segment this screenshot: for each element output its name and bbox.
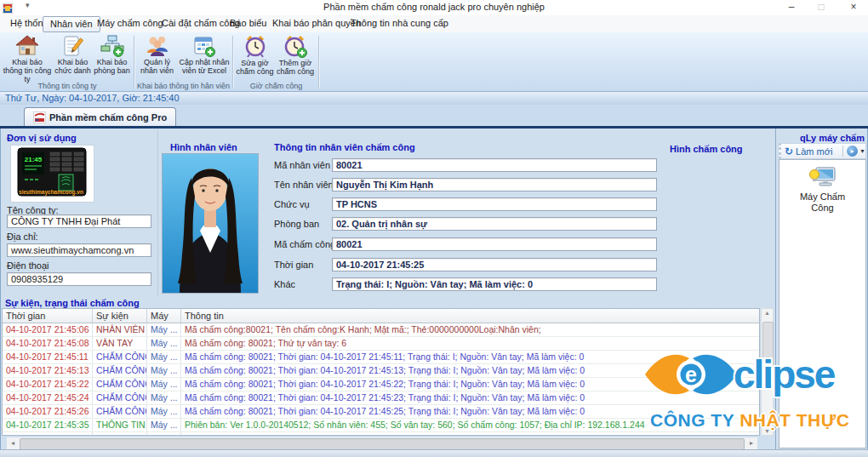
event-time: 04-10-2017 21:45:24 bbox=[3, 391, 93, 404]
event-time: 04-10-2017 21:45:11 bbox=[3, 351, 93, 363]
scroll-left-icon[interactable]: ◂ bbox=[7, 437, 19, 449]
left-panel-header: Đơn vị sử dụng bbox=[7, 133, 77, 143]
panel-splitter[interactable] bbox=[157, 129, 158, 296]
tab-thong-tin-nha-cung-cap[interactable]: Thông tin nhà cung cấp bbox=[344, 16, 455, 31]
ma-nhan-vien-label: Mã nhân viên bbox=[274, 160, 330, 170]
event-type: NHÂN VIÊN bbox=[93, 323, 147, 336]
org-chart-add-icon bbox=[100, 35, 124, 57]
chuc-vu-label: Chức vụ bbox=[274, 199, 310, 209]
ribbon-group-caption: Khai báo thông tin hân viên bbox=[135, 82, 231, 90]
col-thong-tin[interactable]: Thông tin bbox=[181, 309, 759, 323]
ribbon: Khai báo thông tin công ty Khai báo chức… bbox=[0, 32, 868, 92]
ma-cham-cong-field[interactable]: 80021 bbox=[332, 237, 657, 251]
event-info: Mã chấm công: 80021; Thời gian: 04-10-20… bbox=[181, 378, 759, 391]
clock-add-icon bbox=[283, 35, 307, 58]
employee-photo-header: Hình nhân viên bbox=[170, 142, 237, 152]
event-type: CHẤM CÔNG bbox=[93, 391, 147, 404]
col-thoi-gian[interactable]: Thời gian bbox=[3, 309, 93, 323]
ribbon-button-label: Quản lý nhân viên bbox=[140, 58, 174, 75]
attendance-device-image: 21:45 sieuthimaychamcong.vn bbox=[10, 145, 94, 203]
event-row[interactable]: 04-10-2017 21:45:22 CHẤM CÔNG Máy ... Mã… bbox=[3, 378, 759, 391]
khai-bao-thong-tin-cong-ty-button[interactable]: Khai báo thông tin công ty bbox=[2, 35, 53, 79]
event-info: Phiên bản: Ver 1.0.0-20140512; Số nhân v… bbox=[181, 419, 759, 431]
svg-text:21:45: 21:45 bbox=[25, 156, 43, 163]
thoi-gian-label: Thời gian bbox=[274, 260, 313, 270]
event-time: 04-10-2017 21:45:35 bbox=[3, 419, 93, 431]
minimize-button[interactable]: – bbox=[779, 0, 804, 14]
event-type: VÂN TAY bbox=[93, 337, 147, 350]
event-row[interactable]: 04-10-2017 21:45:13 CHẤM CÔNG Máy ... Mã… bbox=[3, 364, 759, 378]
khai-bao-chuc-danh-button[interactable]: Khai báo chức danh bbox=[54, 35, 92, 79]
event-machine: Máy ... bbox=[147, 323, 181, 336]
maximize-button[interactable]: □ bbox=[808, 0, 834, 14]
ten-nhan-vien-label: Tên nhân viên bbox=[274, 180, 334, 190]
svg-text:sieuthimaychamcong.vn: sieuthimaychamcong.vn bbox=[19, 189, 83, 196]
event-info: Mã chấm công: 80021; Thời gian: 04-10-20… bbox=[181, 351, 759, 363]
event-row[interactable]: 04-10-2017 21:45:06 NHÂN VIÊN Máy ... Mã… bbox=[3, 323, 759, 337]
col-may[interactable]: Máy bbox=[147, 309, 181, 323]
date-time-bar: Thứ Tư, Ngày: 04-10-2017, Giờ: 21:45:40 bbox=[0, 92, 868, 105]
event-row[interactable]: 04-10-2017 21:45:11 CHẤM CÔNG Máy ... Mã… bbox=[3, 351, 759, 364]
col-su-kien[interactable]: Sự kiện bbox=[93, 309, 147, 323]
event-row[interactable]: 04-10-2017 21:45:35 THÔNG TIN Máy ... Ph… bbox=[3, 419, 759, 432]
address-label: Địa chỉ: bbox=[7, 231, 38, 242]
house-icon bbox=[15, 35, 39, 57]
close-button[interactable]: × bbox=[841, 0, 866, 14]
phone-field[interactable]: 0908935129 bbox=[7, 272, 151, 286]
event-type: CHẤM CÔNG bbox=[93, 364, 147, 377]
ribbon-group-caption: Thông tin công ty bbox=[2, 82, 133, 90]
ma-nhan-vien-field[interactable]: 80021 bbox=[332, 158, 657, 172]
ribbon-button-label: Thêm giờ chấm công bbox=[277, 59, 314, 76]
vertical-scroll-thumb[interactable] bbox=[762, 322, 774, 368]
event-type: CHẤM CÔNG bbox=[93, 405, 147, 418]
address-field[interactable]: www.sieuthimaychamcong.vn bbox=[7, 243, 151, 257]
document-tab-active[interactable]: Phần mềm chấm công Pro bbox=[24, 107, 176, 126]
horizontal-scrollbar[interactable]: ◂ ▸ bbox=[7, 437, 757, 449]
options-play-icon[interactable]: ▸ bbox=[847, 146, 858, 157]
them-gio-cham-cong-button[interactable]: Thêm giờ chấm công bbox=[275, 35, 316, 79]
event-row[interactable]: 04-10-2017 21:45:24 CHẤM CÔNG Máy ... Mã… bbox=[3, 391, 759, 405]
may-cham-cong-item[interactable]: Máy Chấm Công bbox=[779, 167, 865, 214]
ten-nhan-vien-field[interactable]: Nguyễn Thị Kim Hạnh bbox=[332, 178, 657, 191]
right-panel-toolbar: ↻ Làm mới ▸ ▼ bbox=[779, 143, 866, 159]
scroll-down-icon[interactable]: ▼ bbox=[762, 428, 773, 434]
sua-gio-cham-cong-button[interactable]: Sửa giờ chấm công bbox=[236, 35, 274, 79]
ronald-jack-logo-icon bbox=[33, 111, 46, 123]
khac-field[interactable]: Trạng thái: I; Nguồn: Vân tay; Mã làm vi… bbox=[332, 277, 657, 291]
cap-nhat-nhan-vien-tu-excel-button[interactable]: Cập nhật nhân viên từ Excel bbox=[178, 35, 231, 79]
refresh-icon: ↻ bbox=[785, 146, 793, 157]
employee-info-header: Thông tin nhân viên chấm công bbox=[274, 142, 415, 152]
status-bar bbox=[0, 449, 868, 457]
khai-bao-phong-ban-button[interactable]: Khai báo phòng ban bbox=[93, 35, 131, 79]
ribbon-button-label: Khai báo chức danh bbox=[54, 58, 91, 75]
horizontal-scroll-thumb[interactable] bbox=[20, 438, 745, 450]
window-title: Phần mềm chấm công ronald jack pro chuyê… bbox=[0, 2, 868, 12]
ribbon-separator bbox=[232, 36, 234, 89]
hinh-cham-cong-header: Hình chấm công bbox=[670, 144, 743, 154]
scroll-up-icon[interactable]: ▲ bbox=[762, 310, 773, 316]
machine-list: Máy Chấm Công bbox=[779, 159, 866, 448]
phong-ban-field[interactable]: 02. Quản trị nhân sự bbox=[332, 217, 657, 231]
event-info: Mã chấm công: 80021; Thời gian: 04-10-20… bbox=[181, 391, 759, 404]
event-machine: Máy ... bbox=[147, 419, 181, 431]
notepad-pencil-icon bbox=[61, 35, 85, 57]
event-row[interactable]: 04-10-2017 21:45:08 VÂN TAY Máy ... Mã c… bbox=[3, 337, 759, 351]
quan-ly-nhan-vien-button[interactable]: Quản lý nhân viên bbox=[137, 35, 177, 79]
company-name-field[interactable]: CÔNG TY TNHH Đại Phát bbox=[7, 214, 151, 228]
options-caret-icon[interactable]: ▼ bbox=[859, 148, 865, 154]
vertical-scrollbar[interactable]: ▲ ▼ bbox=[761, 308, 774, 436]
right-panel-divider bbox=[775, 129, 776, 450]
refresh-button[interactable]: Làm mới bbox=[796, 146, 832, 157]
event-info: Mã chấm công: 80021; Thời gian: 04-10-20… bbox=[181, 364, 759, 377]
ribbon-button-label: Sửa giờ chấm công bbox=[236, 59, 273, 76]
title-bar: ▾ Phần mềm chấm công ronald jack pro chu… bbox=[0, 0, 868, 15]
event-machine: Máy ... bbox=[147, 364, 181, 377]
ribbon-button-label: Cập nhật nhân viên từ Excel bbox=[179, 58, 229, 75]
event-row[interactable]: 04-10-2017 21:45:26 CHẤM CÔNG Máy ... Mã… bbox=[3, 405, 759, 419]
tab-divider-line bbox=[0, 126, 868, 129]
thoi-gian-field[interactable]: 04-10-2017 21:45:25 bbox=[332, 258, 657, 271]
scroll-right-icon[interactable]: ▸ bbox=[745, 437, 757, 449]
chuc-vu-field[interactable]: TP HCNS bbox=[332, 197, 657, 211]
khac-label: Khác bbox=[274, 279, 295, 289]
document-tab-label: Phần mềm chấm công Pro bbox=[49, 112, 167, 123]
